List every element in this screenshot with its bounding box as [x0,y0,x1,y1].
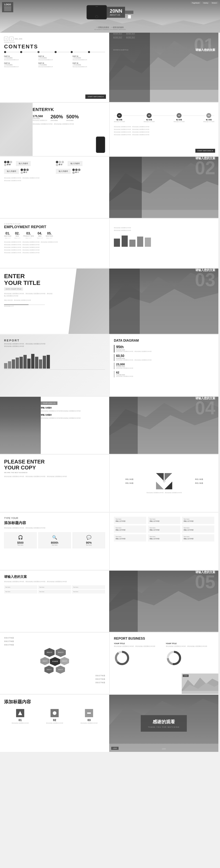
wm-label-4: 单机小标题 [195,482,203,484]
btn-pagemaster[interactable]: PageMaster [191,2,201,4]
rb-label: REPORT BUSINESS [114,637,214,641]
svg-rect-28 [182,691,218,694]
data-your-title: DATA YOUR TITLE [4,287,23,291]
comp-02: 02. NEW 请输入文字 [14,231,21,239]
wm-label-3: 单机小标题 [195,478,203,480]
process-slide: 01 输入标题 请在此输入文字说明 02 输入标题 请在此输入文字说明 03 输… [109,103,218,156]
comp-05: 05. NEW RING 请输入文字 [46,231,53,239]
sec-cn-01: 请输入您的文案 [195,48,215,52]
comp-label: COMPETITIVE [4,223,105,225]
data-stat-4: 62 PLEASE ADD 请在此处输入您想要的文本内容 [114,371,214,377]
sec-cn-03: 请输入您的文案 [195,269,215,272]
add-step-3: 03 请在此处输入您想要的文本内容 [73,709,105,724]
section03-slide: 03 请输入您的文案 [109,269,218,334]
enter-title-desc: 请在此处输入您想要的文本内容，请在此处输入您想要的文本内容，请在此处输入您想要的… [4,293,53,297]
start-watching-2[interactable]: START WATCHING ● [195,149,215,153]
nav-prev-btn[interactable]: ‹ [4,37,8,41]
contents-item-1: PART 01 工作总结报告 请在此处添加您想要的文本 [4,56,37,61]
slide-label: 8Oth—6Oth [15,38,22,40]
enter-title-big: ENTER YOUR TITLE [4,273,105,286]
section-01-content: 01 ENTER A SUBTITLE ENTER A SUBTITLE' EN… [109,33,218,55]
please-enter-title1: PLEASE ENTER YOUR COPY [4,459,105,470]
row-contents: ‹ › 8Oth—6Oth PLEASE ENTER CONTENTS PART… [0,33,220,103]
text-grid-slide: Text here 请输入文字内容 Text here 请输入文字内容 Text… [109,513,218,570]
icon-card-1: 🎧 $500 Text here [4,532,37,548]
logo-box: LOGO [2,2,13,12]
please-enter-slide: PLEASE ENTER YOUR COPY WE ARE THE BEST B… [0,455,109,512]
thankyou-sub: THANK YOU FOR WATCHING [148,726,180,728]
section05-slide: 05 请输入您的文案 [109,571,218,632]
hero-subtitle-cn: 一切既往的朋友，一届策划的服务 AS ALWAYS FRIENDS, A PLA… [94,26,126,30]
type-your-slide: TYPE YOUR 添加标题内容 请在此处输入您想要的文本内容，请在此处输入您想… [0,513,109,570]
hexagon-slide: 添加文字标题 添加文字标题 添加文字标题 添加文字 添加文字 添加标题 添加文字… [0,633,109,694]
row-logo-tile: YOUR LOGO 1% 请输入标题的 请在此处输入您想要的文本内容请在此处输入… [0,397,220,455]
stat-3: 500% 业务总结报告 [66,114,79,121]
thankyou-slide: 感谢的观看 THANK YOU FOR WATCHING LOGO 18/60 [109,695,218,752]
step-1: 01 输入标题 请在此输入文字说明 [114,113,125,123]
section02-slide: 02 请输入您的文案 [109,157,218,218]
your-logo-tile: YOUR LOGO 1% [41,401,58,405]
add-step-2: 02 请在此处输入您想要的文本内容 [38,709,71,724]
step-3: 03 输入标题 请在此输入文字说明 [174,113,185,123]
stat-1: 175,568 业务总结报告 请在此处输入您想要的文本 [33,115,47,121]
contents-item-6: PART 06 工作总结报告 请在此处添加您想要的文本 [73,62,105,68]
phone-stat [96,136,105,153]
sec-num-03: 03 [195,271,215,289]
row-stats: ENTERYK 175,568 业务总结报告 请在此处输入您想要的文本 260%… [0,103,220,157]
report-slide: REPORT 请在此处输入您想要的文本内容，请在此处输入您想要的文本内容 请在此… [0,335,109,396]
thankyou-title: 感谢的观看 [148,719,180,725]
icon-card-2: 🔍 800th Text here [38,532,71,548]
sec-num-02: 02 [195,159,215,177]
contents-title: CONTENTS [4,43,105,50]
tg-7: Text here 请输入文字内容 [114,534,146,541]
type-your-title: TYPE YOUR [4,517,105,520]
keyword-2: 输入关键词 [56,161,105,166]
sec05-copy-title: 请输入您的文案 [4,575,105,579]
sec-cn-02: 请输入您的文案 [195,157,215,160]
add-title-slide: 添加标题内容 01 请在此处输入您想要的文本内容 02 请在此处输入您想要的文本… [0,695,109,752]
stats-desc: 请在此处输入您想要的文本内容，请在此处输入您想要的文本内容 [33,123,89,125]
row-please-enter: PLEASE ENTER YOUR COPY WE ARE THE BEST B… [0,455,220,513]
hero-phone [86,5,107,20]
start-watching-btn[interactable]: START WATCHING ● [85,94,106,99]
btn-wisdom[interactable]: Wisdom [211,2,218,4]
row-type-your: TYPE YOUR 添加标题内容 请在此处输入您想要的文本内容，请在此处输入您想… [0,513,220,571]
step-4: 04 输入标题 请在此输入文字说明 [203,113,214,123]
step-2: 02 输入标题 请在此输入文字说明 [144,113,155,123]
section01-slide: 01 ENTER A SUBTITLE ENTER A SUBTITLE' EN… [109,33,218,102]
btn-destiny[interactable]: Destiny [202,2,210,4]
tg-2: Text here 请输入文字内容 [148,517,180,524]
enter-text-2: ENTER TEXT [126,33,135,35]
nav-next-btn[interactable]: › [9,37,13,41]
please-enter-sub: WE ARE THE BEST BUSINESS [4,472,105,473]
page-indicator: 18/60 [162,748,166,750]
tg-3: Text here 请输入文字内容 [182,517,214,524]
data-stat-1: 95th PLEASE ADD 请在此处输入您想要的文本内容，请在此处输入您想要… [114,345,214,352]
enter-text-1: ENTER TEXT [113,33,122,35]
section04-slide: 04 请输入您的文案 [109,397,218,454]
keywords-slide: 输入关键词 输入关键词 输入关键词 [0,157,109,218]
comp-right: 请在此处输入您想要的文本内容 请在此处输入您想要的文本内容 [109,219,218,268]
svg-rect-31 [109,744,218,752]
tg-1: Text here 请输入文字内容 [114,517,146,524]
section05-left: 请输入您的文案 请在此处输入您想要的文本内容，请在此处输入您想要的文本内容，请在… [0,571,109,632]
report-label-elem: REPORT [4,339,105,342]
windmill [156,473,172,489]
ty-logo: LOGO [111,747,118,750]
top-buttons: PageMaster Destiny Wisdom [191,2,218,4]
enter-text-4: ENTER TEXT [126,36,135,38]
stats-slide: ENTERYK 175,568 业务总结报告 请在此处输入您想要的文本 260%… [0,103,109,156]
type-your-desc: 请在此处输入您想要的文本内容，请在此处输入您想要的文本内容 [4,527,105,529]
data-stats-slide: DATA DIAGRAM 95th PLEASE ADD 请在此处输入您想要的文… [109,335,218,396]
wm-label-1: 单机小标题 [125,478,134,480]
hero-cn-title: 策划方案 [125,10,134,14]
type-your-subtitle: 添加标题内容 [4,521,105,525]
enter-title-slide: ENTER YOUR TITLE DATA YOUR TITLE 请在此处输入您… [0,269,109,334]
row-keywords: 输入关键词 输入关键词 输入关键词 [0,157,220,219]
hero-about: ABOUT US [110,14,122,16]
add-title-main: 添加标题内容 [4,699,105,705]
sec-num-04: 04 [195,399,215,417]
logo-tile-slide: YOUR LOGO 1% 请输入标题的 请在此处输入您想要的文本内容请在此处输入… [0,397,109,454]
report-business-slide: REPORT BUSINESS YOUR TITLE 请在此处输入您想要的文本内… [109,633,218,694]
comp-title: EMPLOYMENT REPORT [4,225,105,229]
